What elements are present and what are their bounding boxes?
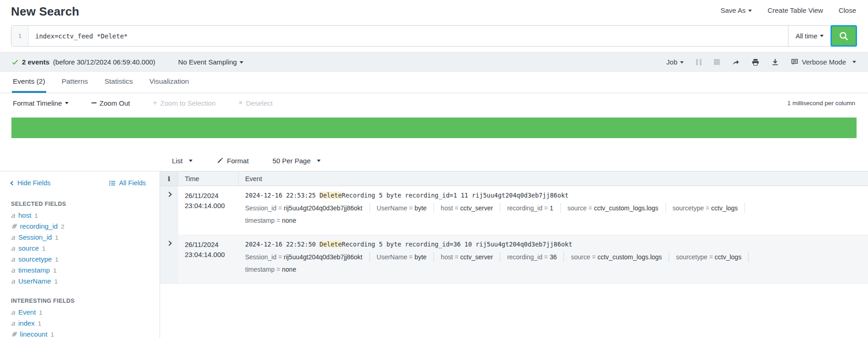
share-button[interactable]	[732, 59, 739, 66]
field-item-index[interactable]: aindex1	[0, 318, 160, 329]
event-field-list: Session_idrij5uu4gt204q0d3eb7jj86okt Use…	[245, 204, 861, 228]
verbose-mode-icon	[791, 59, 798, 65]
top-bar: New Search Save As Create Table View Clo…	[0, 0, 868, 19]
event-field-list: Session_idrij5uu4gt204q0d3eb7jj86okt Use…	[245, 252, 861, 277]
chevron-down-icon	[748, 10, 752, 12]
share-icon	[732, 59, 739, 66]
chevron-down-icon	[240, 61, 243, 64]
main-area: Hide Fields All Fields SELECTED FIELDS a…	[0, 172, 868, 338]
print-icon	[752, 59, 759, 66]
field-pair[interactable]: hostcctv_server	[441, 204, 500, 213]
event-date: 26/11/2024	[185, 240, 239, 250]
search-bar: 1 index=cctv_feed *Delete* All time	[11, 25, 857, 47]
status-bar: 2 events (before 30/12/2024 06:59:40.000…	[0, 52, 868, 72]
sidebar-header: Hide Fields All Fields	[0, 176, 160, 190]
tab-statistics[interactable]: Statistics	[103, 72, 134, 93]
field-item-event[interactable]: aEvent1	[0, 307, 160, 318]
field-pair[interactable]: Session_idrij5uu4gt204q0d3eb7jj86okt	[245, 204, 370, 213]
field-item-username[interactable]: aUserName1	[0, 276, 160, 287]
event-expand-cell[interactable]	[160, 235, 178, 284]
save-as-button[interactable]: Save As	[720, 6, 752, 14]
chevron-down-icon	[317, 160, 321, 162]
stop-icon	[714, 59, 720, 65]
chevron-down-icon	[65, 102, 69, 104]
field-pair[interactable]: timestampnone	[245, 216, 303, 225]
export-button[interactable]	[772, 59, 779, 66]
time-range-picker[interactable]: All time	[788, 26, 831, 46]
zoom-to-selection-button[interactable]: Zoom to Selection	[153, 99, 215, 107]
events-table: i Time Event 26/11/2024 23:04:14.000 202…	[160, 172, 868, 338]
column-header-event: Event	[239, 172, 868, 186]
field-pair[interactable]: UserNamebyte	[377, 204, 434, 213]
event-expand-cell[interactable]	[160, 186, 178, 235]
timeline-controls: Format Timeline Zoom Out Zoom to Selecti…	[0, 93, 868, 113]
selected-fields-header: SELECTED FIELDS	[11, 201, 160, 207]
field-pair[interactable]: sourcetypecctv_logs	[673, 204, 745, 213]
field-item-timestamp[interactable]: atimestamp1	[0, 265, 160, 276]
field-pair[interactable]: sourcecctv_custom_logs.logs	[568, 204, 666, 213]
job-menu[interactable]: Job	[666, 58, 684, 66]
expand-chevron-icon	[166, 192, 171, 197]
search-query-input[interactable]: index=cctv_feed *Delete*	[29, 26, 788, 46]
tab-patterns[interactable]: Patterns	[61, 72, 89, 93]
pause-icon	[696, 59, 702, 65]
field-pair[interactable]: timestampnone	[245, 265, 303, 274]
zoom-out-button[interactable]: Zoom Out	[91, 99, 130, 107]
pause-button[interactable]	[696, 59, 702, 65]
field-item-recording-id[interactable]: #recording_id2	[0, 221, 160, 232]
result-qualifier: (before 30/12/2024 06:59:40.000)	[53, 58, 155, 66]
event-time-cell[interactable]: 26/11/2024 23:04:14.000	[178, 235, 239, 284]
all-fields-button[interactable]: All Fields	[109, 179, 146, 187]
event-timestamp: 23:04:14.000	[185, 250, 239, 260]
tab-visualization[interactable]: Visualization	[148, 72, 190, 93]
event-timestamp: 23:04:14.000	[185, 201, 239, 211]
list-controls: List Format 50 Per Page	[0, 150, 868, 172]
result-summary: 2 events (before 30/12/2024 06:59:40.000…	[12, 58, 243, 66]
pencil-icon	[216, 157, 223, 164]
per-page-menu[interactable]: 50 Per Page	[273, 157, 321, 165]
magnifier-icon	[839, 31, 849, 41]
field-item-host[interactable]: ahost1	[0, 210, 160, 221]
field-item-linecount[interactable]: #linecount1	[0, 329, 160, 340]
event-sampling-menu[interactable]: No Event Sampling	[178, 58, 243, 66]
field-pair[interactable]: recording_id36	[507, 252, 564, 262]
field-item-source[interactable]: asource1	[0, 243, 160, 254]
highlighted-term: Delete	[320, 192, 342, 199]
event-raw-text[interactable]: 2024-12-16 22:52:50 DeleteRecording 5 by…	[245, 240, 861, 249]
event-row: 26/11/2024 23:04:14.000 2024-12-16 22:53…	[160, 186, 868, 235]
field-item-session-id[interactable]: aSession_id1	[0, 232, 160, 243]
field-pair[interactable]: recording_id1	[507, 204, 561, 213]
field-item-sourcetype[interactable]: asourcetype1	[0, 254, 160, 265]
close-button[interactable]: Close	[839, 6, 856, 14]
stop-button[interactable]	[714, 59, 720, 65]
chevron-down-icon	[852, 61, 856, 63]
field-pair[interactable]: hostcctv_server	[441, 252, 500, 262]
chevron-down-icon	[680, 61, 684, 64]
search-mode-menu[interactable]: Verbose Mode	[791, 58, 856, 66]
field-pair[interactable]: Session_idrij5uu4gt204q0d3eb7jj86okt	[245, 252, 370, 262]
minus-icon	[91, 102, 96, 103]
highlighted-term: Delete	[320, 241, 342, 248]
hide-fields-button[interactable]: Hide Fields	[11, 179, 51, 187]
event-count: 2 events	[22, 58, 49, 66]
event-time-cell[interactable]: 26/11/2024 23:04:14.000	[178, 186, 239, 235]
deselect-button[interactable]: Deselect	[238, 99, 273, 107]
event-raw-text[interactable]: 2024-12-16 22:53:25 DeleteRecording 5 by…	[245, 191, 861, 200]
header-actions: Save As Create Table View Close	[720, 6, 856, 14]
create-table-view-button[interactable]: Create Table View	[767, 6, 823, 14]
format-timeline-menu[interactable]: Format Timeline	[13, 99, 69, 107]
print-button[interactable]	[752, 59, 759, 66]
job-controls: Job Verbose Mode	[666, 58, 856, 66]
expand-chevron-icon	[166, 241, 171, 246]
timeline-histogram-bar[interactable]	[11, 118, 857, 138]
field-pair[interactable]: UserNamebyte	[377, 252, 434, 262]
field-pair[interactable]: sourcecctv_custom_logs.logs	[571, 252, 669, 262]
tab-events[interactable]: Events (2)	[12, 72, 46, 93]
event-detail-cell: 2024-12-16 22:52:50 DeleteRecording 5 by…	[239, 235, 868, 284]
format-menu[interactable]: Format	[216, 157, 249, 165]
list-view-menu[interactable]: List	[172, 157, 193, 165]
timeline-scale-label: 1 millisecond per column	[787, 100, 855, 107]
event-row: 26/11/2024 23:04:14.000 2024-12-16 22:52…	[160, 235, 868, 284]
search-button[interactable]	[830, 25, 857, 47]
field-pair[interactable]: sourcetypecctv_logs	[676, 252, 749, 262]
